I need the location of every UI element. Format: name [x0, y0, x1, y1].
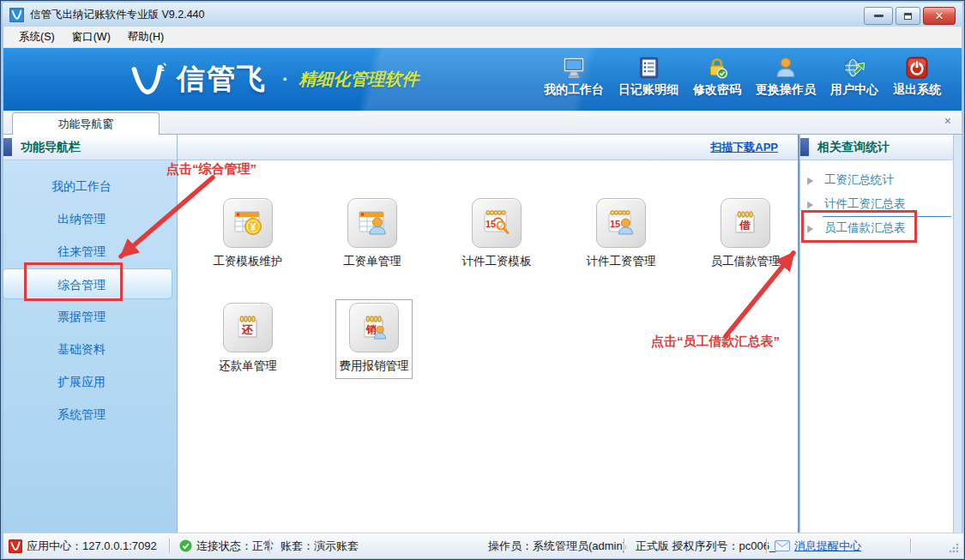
user-center-globe-icon [841, 56, 867, 80]
module-repayment[interactable]: 还 还款单管理 [198, 303, 298, 374]
menu-system[interactable]: 系统(S) [10, 27, 63, 47]
module-salary-sheet[interactable]: 工资单管理 [323, 198, 422, 269]
toolbar-change-password[interactable]: 修改密码 [693, 56, 741, 98]
related-item-salary-summary[interactable]: ▶ 工资汇总统计 [807, 170, 894, 190]
brand-separator: · [282, 69, 288, 91]
annotation-box-loan-summary [801, 210, 917, 243]
annotation-click-loan-summary: 点击“员工借款汇总表” [651, 334, 780, 350]
password-lock-icon [704, 56, 730, 80]
status-connection: 连接状态：正常 [179, 533, 274, 558]
connection-ok-icon [179, 539, 192, 552]
module-piecework-template[interactable]: 15 计件工资模板 [447, 198, 546, 269]
sidebar-item-basic-data[interactable]: 基础资料 [1, 333, 174, 365]
toolbar-label: 退出系统 [893, 82, 941, 98]
status-app-center: 应用中心：127.0.0.1:7092 [9, 533, 157, 558]
banner-toolbar: 我的工作台 日记账明细 修改密码 [544, 56, 941, 98]
main-header-bar: 扫描下载APP [177, 135, 799, 160]
sidebar-item-extensions[interactable]: 扩展应用 [1, 365, 174, 398]
toolbar-switch-operator[interactable]: 更换操作员 [756, 56, 816, 98]
app-window: 信管飞出纳记账软件专业版 V9.2.440 ✕ 系统(S) 窗口(W) 帮助(H… [0, 0, 965, 560]
svg-text:还: 还 [241, 323, 253, 336]
svg-text:¥: ¥ [250, 221, 256, 233]
toolbar-label: 修改密码 [693, 82, 741, 98]
toolbar-exit-system[interactable]: 退出系统 [893, 56, 941, 98]
status-operator: 操作员：系统管理员(admin) [488, 533, 626, 558]
toolbar-user-center[interactable]: 用户中心 [830, 56, 878, 98]
sidebar-item-my-workbench[interactable]: 我的工作台 [1, 170, 174, 202]
module-label: 工资模板维护 [198, 254, 298, 269]
loan-note-icon: 借 [728, 206, 763, 240]
sidebar-item-cashier[interactable]: 出纳管理 [1, 202, 174, 235]
nav-panel-title: 功能导航栏 [21, 135, 81, 160]
message-center-link[interactable]: 消息提醒中心 [794, 539, 861, 554]
nav-panel-header-bar: 功能导航栏 [3, 135, 177, 160]
journal-list-icon [636, 56, 661, 80]
salary-sheet-icon [355, 206, 389, 240]
license-text: 正式版 授权序列号：pc006_fr [636, 539, 782, 554]
salary-template-icon: ¥ [231, 206, 265, 240]
tab-strip: 功能导航窗 × [3, 111, 962, 135]
tab-close-icon[interactable]: × [944, 114, 951, 128]
app-center-text: 应用中心：127.0.0.1:7092 [27, 539, 157, 554]
maximize-icon [904, 13, 912, 20]
toolbar-label: 我的工作台 [544, 82, 604, 98]
status-separator [766, 539, 767, 553]
scan-download-app-link[interactable]: 扫描下载APP [710, 135, 778, 160]
resize-grip[interactable] [949, 543, 959, 553]
close-button[interactable]: ✕ [923, 7, 956, 25]
status-separator [169, 539, 170, 553]
module-expense-reimburse[interactable]: 销 费用报销管理 [336, 300, 412, 378]
toolbar-journal-detail[interactable]: 日记账明细 [618, 56, 679, 98]
account-set-text: 账套：演示账套 [280, 539, 359, 554]
close-icon: ✕ [935, 10, 944, 21]
svg-text:15: 15 [610, 219, 620, 229]
annotation-box-comprehensive [24, 262, 123, 301]
status-separator [269, 539, 270, 553]
tab-function-navigation[interactable]: 功能导航窗 [12, 112, 160, 135]
banner: 信管飞 · 精细化管理软件 我的工作台 [3, 48, 962, 111]
envelope-icon [775, 540, 790, 551]
module-label: 还款单管理 [198, 358, 298, 374]
menu-help[interactable]: 帮助(H) [119, 27, 172, 47]
switch-operator-icon [773, 56, 799, 80]
svg-text:销: 销 [365, 323, 377, 335]
repayment-note-icon: 还 [231, 310, 265, 345]
toolbar-label: 用户中心 [830, 82, 878, 98]
related-panel-title: 相关查询统计 [817, 135, 890, 160]
operator-text: 操作员：系统管理员(admin) [488, 539, 626, 554]
minimize-icon [874, 15, 884, 17]
exit-power-icon [904, 56, 930, 80]
module-piecework-manage[interactable]: 15 计件工资管理 [571, 198, 671, 269]
vertical-scrollbar[interactable] [953, 135, 962, 533]
sidebar-item-system[interactable]: 系统管理 [1, 398, 174, 431]
minimize-button[interactable] [864, 7, 893, 25]
maximize-button[interactable] [896, 7, 920, 25]
toolbar-label: 更换操作员 [756, 82, 816, 98]
expense-note-icon: 销 [357, 310, 391, 345]
status-message-center[interactable]: 消息提醒中心 [775, 533, 861, 558]
brand: 信管飞 · 精细化管理软件 [129, 60, 419, 99]
module-label: 计件工资模板 [447, 254, 546, 269]
status-separator [624, 539, 624, 553]
workbench-monitor-icon [561, 56, 587, 80]
toolbar-my-workbench[interactable]: 我的工作台 [544, 56, 604, 98]
module-label: 工资单管理 [323, 254, 422, 269]
piecework-template-icon: 15 [479, 206, 514, 240]
sidebar-item-bills[interactable]: 票据管理 [1, 300, 174, 333]
brand-name: 信管飞 [177, 60, 267, 99]
menu-window[interactable]: 窗口(W) [63, 27, 119, 47]
annotation-click-comprehensive: 点击“综合管理” [166, 161, 256, 178]
header-accent [800, 138, 809, 156]
brand-logo-icon [129, 62, 168, 98]
module-label: 费用报销管理 [336, 358, 412, 374]
toolbar-label: 日记账明细 [618, 82, 679, 98]
window-title: 信管飞出纳记账软件专业版 V9.2.440 [30, 8, 205, 22]
menu-bar: 系统(S) 窗口(W) 帮助(H) [3, 27, 962, 48]
piecework-manage-icon: 15 [604, 206, 638, 240]
module-salary-template[interactable]: ¥ 工资模板维护 [198, 198, 298, 269]
triangle-bullet-icon: ▶ [807, 167, 813, 193]
module-employee-loan[interactable]: 借 员工借款管理 [696, 198, 795, 269]
panel-divider [177, 135, 178, 533]
panel-divider [798, 135, 799, 533]
app-center-logo-icon [9, 539, 22, 553]
